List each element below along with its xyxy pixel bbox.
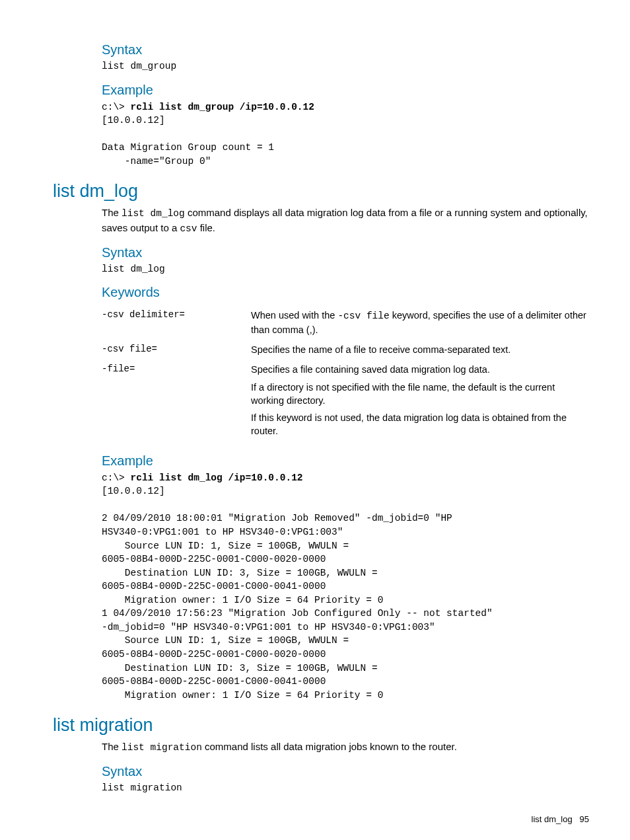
example-command: rcli list dm_log /ip=10.0.0.12 — [131, 473, 303, 483]
example-command: rcli list dm_group /ip=10.0.0.12 — [131, 102, 314, 112]
kw-desc: Specifies the name of a file to receive … — [251, 340, 590, 360]
kw-key: -csv delimiter= — [102, 305, 251, 340]
intro-code2: csv — [180, 223, 197, 234]
example-output: [10.0.0.12] 2 04/09/2010 18:00:01 "Migra… — [102, 486, 493, 700]
kw-desc-code: -csv file — [337, 311, 389, 321]
intro-code: list dm_log — [122, 208, 185, 219]
example-heading: Example — [102, 453, 590, 469]
keywords-table: -csv delimiter= When used with the -csv … — [102, 305, 590, 441]
kw-desc-line: If this keyword is not used, the data mi… — [251, 411, 586, 438]
section-title-dm-log: list dm_log — [53, 181, 590, 202]
kw-desc-line: If a directory is not specified with the… — [251, 381, 586, 408]
page-content: Syntax list dm_group Example c:\> rcli l… — [0, 0, 630, 821]
sec2-body: The list dm_log command displays all dat… — [102, 206, 590, 702]
syntax-code: list dm_group — [102, 60, 590, 73]
intro-post: file. — [197, 222, 216, 233]
syntax-heading: Syntax — [102, 42, 590, 57]
sec3-body: The list migration command lists all dat… — [102, 740, 590, 794]
kw-desc: When used with the -csv file keyword, sp… — [251, 305, 590, 340]
footer-label: list dm_log — [532, 814, 573, 824]
kw-desc: Specifies a file containing saved data m… — [251, 360, 590, 441]
example-block: c:\> rcli list dm_group /ip=10.0.0.12 [1… — [102, 100, 590, 169]
syntax-heading: Syntax — [102, 764, 590, 779]
syntax-heading: Syntax — [102, 245, 590, 260]
table-row: -csv file= Specifies the name of a file … — [102, 340, 590, 360]
example-prompt: c:\> — [102, 473, 131, 483]
intro-paragraph: The list migration command lists all dat… — [102, 740, 590, 755]
intro-pre: The — [102, 741, 122, 752]
footer-page-number: 95 — [580, 814, 589, 824]
syntax-code: list migration — [102, 782, 590, 795]
kw-desc-pre: When used with the — [251, 310, 337, 321]
kw-key: -file= — [102, 360, 251, 441]
table-row: -file= Specifies a file containing saved… — [102, 360, 590, 441]
example-heading: Example — [102, 83, 590, 98]
keywords-heading: Keywords — [102, 285, 590, 300]
kw-key: -csv file= — [102, 340, 251, 360]
section-title-migration: list migration — [53, 715, 590, 736]
intro-code: list migration — [122, 742, 202, 753]
example-prompt: c:\> — [102, 102, 131, 112]
example-output: [10.0.0.12] Data Migration Group count =… — [102, 115, 274, 167]
example-block: c:\> rcli list dm_log /ip=10.0.0.12 [10.… — [102, 471, 590, 703]
intro-post: command lists all data migration jobs kn… — [202, 741, 457, 752]
table-row: -csv delimiter= When used with the -csv … — [102, 305, 590, 340]
kw-desc-line: Specifies a file containing saved data m… — [251, 363, 586, 376]
syntax-code: list dm_log — [102, 263, 590, 276]
intro-paragraph: The list dm_log command displays all dat… — [102, 206, 590, 235]
page-footer: list dm_log 95 — [532, 814, 589, 824]
sec1: Syntax list dm_group Example c:\> rcli l… — [102, 42, 590, 168]
intro-pre: The — [102, 207, 122, 218]
